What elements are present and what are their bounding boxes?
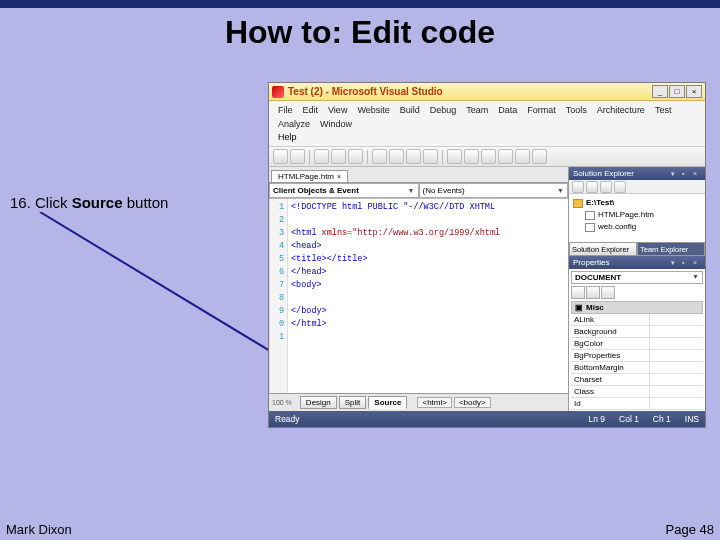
- toolbar-button[interactable]: [314, 149, 329, 164]
- prop-value[interactable]: [650, 398, 703, 409]
- toolbar-button[interactable]: [498, 149, 513, 164]
- prop-value[interactable]: [650, 386, 703, 397]
- menu-debug[interactable]: Debug: [425, 103, 462, 117]
- property-row[interactable]: Id: [571, 398, 703, 410]
- split-tab[interactable]: Split: [339, 396, 367, 409]
- prop-value[interactable]: [650, 350, 703, 361]
- team-explorer-tab[interactable]: Team Explorer: [637, 242, 705, 256]
- menu-format[interactable]: Format: [522, 103, 561, 117]
- toolbar-button[interactable]: [273, 149, 288, 164]
- slide-footer: Mark Dixon Page 48: [6, 522, 714, 537]
- prop-value[interactable]: [650, 362, 703, 373]
- toolbar-button[interactable]: [406, 149, 421, 164]
- menu-build[interactable]: Build: [395, 103, 425, 117]
- menu-website[interactable]: Website: [352, 103, 394, 117]
- toolbar-button[interactable]: [331, 149, 346, 164]
- document-tab[interactable]: HTMLPage.htm ×: [271, 170, 348, 182]
- toolbar-button[interactable]: [515, 149, 530, 164]
- close-icon[interactable]: ×: [693, 170, 701, 178]
- events-dropdown[interactable]: (No Events) ▼: [419, 183, 569, 198]
- group-label: Misc: [586, 303, 604, 312]
- prop-value[interactable]: [650, 314, 703, 325]
- menu-help[interactable]: Help: [273, 131, 701, 144]
- menu-window[interactable]: Window: [315, 117, 357, 131]
- maximize-button[interactable]: □: [669, 85, 685, 98]
- window-title: Test (2) - Microsoft Visual Studio: [288, 86, 652, 97]
- menu-bar: File Edit View Website Build Debug Team …: [269, 101, 705, 147]
- toolbar-button[interactable]: [447, 149, 462, 164]
- line-number: 8: [270, 292, 284, 305]
- line-number: 1: [270, 201, 284, 214]
- properties-object-select[interactable]: DOCUMENT ▼: [571, 271, 703, 284]
- status-bar: Ready Ln 9 Col 1 Ch 1 INS: [269, 411, 705, 427]
- dropdown-icon[interactable]: ▾: [671, 259, 679, 267]
- line-number: 2: [270, 214, 284, 227]
- breadcrumb-html[interactable]: <html>: [417, 397, 451, 408]
- prop-value[interactable]: [650, 338, 703, 349]
- menu-view[interactable]: View: [323, 103, 352, 117]
- prop-name: Id: [571, 398, 650, 409]
- property-row[interactable]: ALink: [571, 314, 703, 326]
- toolbar-button[interactable]: [423, 149, 438, 164]
- toolbar-button[interactable]: [572, 181, 584, 193]
- toolbar-button[interactable]: [389, 149, 404, 164]
- menu-data[interactable]: Data: [493, 103, 522, 117]
- property-row[interactable]: Charset: [571, 374, 703, 386]
- dropdown-icon[interactable]: ▾: [671, 170, 679, 178]
- tree-root-label: E:\Test\: [586, 197, 614, 209]
- source-tab[interactable]: Source: [368, 396, 407, 409]
- property-row[interactable]: BgColor: [571, 338, 703, 350]
- property-row[interactable]: BottomMargin: [571, 362, 703, 374]
- tab-label: Team Explorer: [640, 245, 688, 254]
- menu-edit[interactable]: Edit: [298, 103, 324, 117]
- minimize-button[interactable]: _: [652, 85, 668, 98]
- menu-analyze[interactable]: Analyze: [273, 117, 315, 131]
- code-editor[interactable]: 1 2 3 4 5 6 7 8 9 0 1 <!DOCTYPE html PUB…: [269, 199, 568, 393]
- toolbar-button[interactable]: [614, 181, 626, 193]
- alphabetize-button[interactable]: [586, 286, 600, 299]
- status-col: Col 1: [619, 414, 639, 424]
- prop-name: ALink: [571, 314, 650, 325]
- menu-test[interactable]: Test: [650, 103, 677, 117]
- prop-value[interactable]: [650, 374, 703, 385]
- toolbar-button[interactable]: [481, 149, 496, 164]
- properties-title: Properties: [573, 258, 609, 267]
- events-label: (No Events): [423, 186, 465, 195]
- solution-explorer-header: Solution Explorer ▾ ▪ ×: [569, 167, 705, 180]
- menu-architecture[interactable]: Architecture: [592, 103, 650, 117]
- client-objects-dropdown[interactable]: Client Objects & Event ▼: [269, 183, 419, 198]
- close-button[interactable]: ×: [686, 85, 702, 98]
- toolbar-button[interactable]: [290, 149, 305, 164]
- tree-item[interactable]: HTMLPage.htm: [573, 209, 701, 221]
- property-row[interactable]: Class: [571, 386, 703, 398]
- solution-explorer-tab[interactable]: Solution Explorer: [569, 242, 637, 256]
- menu-team[interactable]: Team: [461, 103, 493, 117]
- property-row[interactable]: BgProperties: [571, 350, 703, 362]
- toolbar-button[interactable]: [586, 181, 598, 193]
- tree-root[interactable]: E:\Test\: [573, 197, 701, 209]
- close-icon[interactable]: ×: [693, 259, 701, 267]
- toolbar-button[interactable]: [372, 149, 387, 164]
- menu-file[interactable]: File: [273, 103, 298, 117]
- property-row[interactable]: Background: [571, 326, 703, 338]
- code-line: <head>: [291, 240, 565, 253]
- properties-button[interactable]: [601, 286, 615, 299]
- toolbar-button[interactable]: [348, 149, 363, 164]
- prop-value[interactable]: [650, 326, 703, 337]
- toolbar-button[interactable]: [600, 181, 612, 193]
- zoom-label: 100 %: [272, 399, 292, 406]
- toolbar-button[interactable]: [532, 149, 547, 164]
- property-group-header[interactable]: ▣ Misc: [571, 301, 703, 314]
- tree-item[interactable]: web.config: [573, 221, 701, 233]
- file-icon: [585, 211, 595, 220]
- properties-body: DOCUMENT ▼ ▣ Misc ALink Background BgCol…: [569, 269, 705, 411]
- menu-tools[interactable]: Tools: [561, 103, 592, 117]
- design-tab[interactable]: Design: [300, 396, 337, 409]
- categorize-button[interactable]: [571, 286, 585, 299]
- toolbar-button[interactable]: [464, 149, 479, 164]
- breadcrumb-body[interactable]: <body>: [454, 397, 491, 408]
- close-tab-icon[interactable]: ×: [337, 173, 341, 180]
- pin-icon[interactable]: ▪: [682, 170, 690, 178]
- solution-tree[interactable]: E:\Test\ HTMLPage.htm web.config: [569, 194, 705, 242]
- pin-icon[interactable]: ▪: [682, 259, 690, 267]
